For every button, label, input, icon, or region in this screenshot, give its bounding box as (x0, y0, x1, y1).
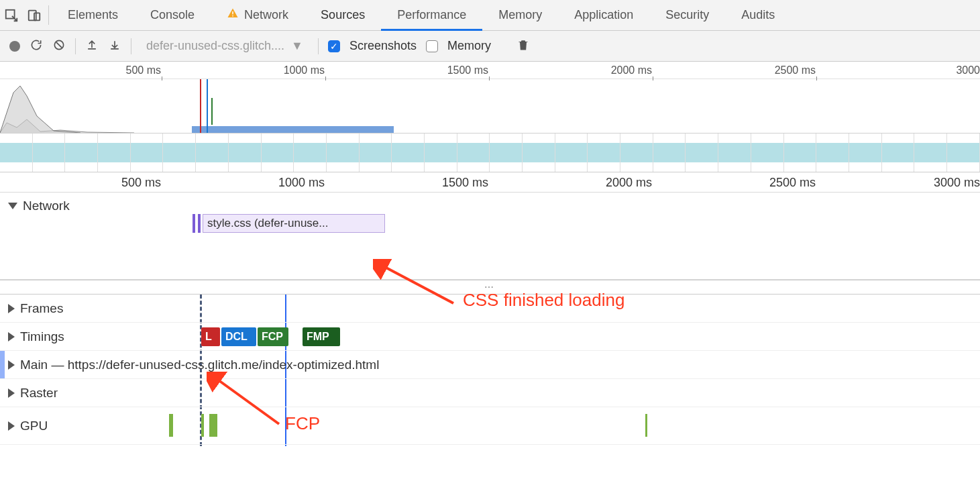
ruler-tick: 1500 ms (447, 64, 488, 76)
tab-label: Performance (397, 8, 466, 22)
filmstrip-frame[interactable] (882, 134, 915, 172)
filmstrip-frame[interactable] (686, 134, 718, 172)
record-button[interactable] (9, 41, 20, 52)
overview-selection[interactable] (192, 126, 394, 133)
device-toggle-icon[interactable] (23, 0, 46, 30)
tab-sources[interactable]: Sources (305, 0, 381, 30)
filmstrip-frame[interactable] (457, 134, 490, 172)
ruler-tick: 3000 ms (934, 176, 980, 190)
filmstrip-frame[interactable] (425, 134, 457, 172)
chevron-right-icon (8, 332, 15, 341)
ruler-tick: 500 ms (121, 176, 161, 190)
chevron-right-icon (8, 360, 15, 370)
detail-ruler: 500 ms1000 ms1500 ms2000 ms2500 ms3000 m… (0, 172, 980, 193)
ruler-tick: 3000 (956, 64, 980, 76)
filmstrip-frame[interactable] (718, 134, 751, 172)
network-request-stylecss[interactable]: style.css (defer-unuse... (203, 214, 385, 233)
filmstrip-frame[interactable] (653, 134, 686, 172)
overview-ruler: 500 ms1000 ms1500 ms2000 ms2500 ms3000 (0, 62, 980, 79)
network-track[interactable]: Network style.css (defer-unuse... (0, 193, 980, 280)
ruler-tick: 1000 ms (284, 64, 325, 76)
download-icon[interactable] (108, 38, 121, 54)
profile-dropdown[interactable]: defer-unused-css.glitch.... ▼ (141, 39, 309, 53)
main-label: Main — https://defer-unused-css.glitch.m… (20, 358, 379, 372)
timing-chip-l[interactable]: L (201, 327, 220, 346)
timing-chip-fcp[interactable]: FCP (258, 327, 288, 346)
gpu-row[interactable]: GPU (0, 407, 980, 445)
filmstrip-frame[interactable] (947, 134, 980, 172)
raster-row[interactable]: Raster (0, 379, 980, 407)
overview-timeline[interactable]: 500 ms1000 ms1500 ms2000 ms2500 ms3000 (0, 62, 980, 172)
tab-security[interactable]: Security (649, 0, 725, 30)
tab-performance[interactable]: Performance (381, 0, 482, 30)
inspect-icon[interactable] (0, 0, 23, 30)
tab-label: Console (150, 8, 195, 22)
filmstrip-frame[interactable] (816, 134, 849, 172)
ruler-tick: 1500 ms (442, 176, 488, 190)
filmstrip-frame[interactable] (294, 134, 327, 172)
filmstrip-frame[interactable] (751, 134, 784, 172)
memory-checkbox[interactable] (426, 40, 438, 52)
tab-label: Application (574, 8, 633, 22)
filmstrip-frame[interactable] (914, 134, 947, 172)
svg-rect-2 (34, 13, 40, 20)
filmstrip-frame[interactable] (65, 134, 98, 172)
tab-label: Network (244, 8, 288, 22)
network-track-header[interactable]: Network (0, 193, 70, 219)
raster-label: Raster (20, 386, 58, 401)
gpu-label: GPU (20, 419, 48, 433)
filmstrip-frame[interactable] (131, 134, 164, 172)
filmstrip-frame[interactable] (327, 134, 360, 172)
filmstrip-frame[interactable] (555, 134, 588, 172)
warning-icon (227, 7, 239, 23)
reload-icon[interactable] (30, 38, 43, 54)
filmstrip-frame[interactable] (33, 134, 66, 172)
main-row[interactable]: Main — https://defer-unused-css.glitch.m… (0, 351, 980, 379)
upload-icon[interactable] (85, 38, 99, 54)
filmstrip-frame[interactable] (0, 134, 33, 172)
tab-network[interactable]: Network (211, 0, 305, 30)
filmstrip-frame[interactable] (98, 134, 131, 172)
profile-name: defer-unused-css.glitch.... (146, 39, 284, 53)
filmstrip-frame[interactable] (849, 134, 882, 172)
ruler-tick: 2500 ms (775, 64, 816, 76)
timing-chip-fmp[interactable]: FMP (303, 327, 340, 346)
filmstrip-frame[interactable] (588, 134, 620, 172)
filmstrip-frame[interactable] (196, 134, 229, 172)
tab-console[interactable]: Console (134, 0, 211, 30)
filmstrip-frame[interactable] (163, 134, 196, 172)
tab-audits[interactable]: Audits (725, 0, 791, 30)
clear-icon[interactable] (52, 38, 66, 54)
filmstrip-frame[interactable] (490, 134, 523, 172)
tab-memory[interactable]: Memory (482, 0, 558, 30)
tab-elements[interactable]: Elements (52, 0, 134, 30)
panel-tabs: ElementsConsoleNetworkSourcesPerformance… (52, 0, 791, 30)
timings-label: Timings (20, 329, 64, 344)
flame-chart[interactable]: Frames Timings LDCLFCPFMP Main — https:/… (0, 295, 980, 446)
trash-icon[interactable] (516, 38, 530, 54)
request-leader (193, 214, 195, 233)
ruler-tick: 1000 ms (278, 176, 325, 190)
screenshots-checkbox[interactable]: ✓ (328, 40, 340, 52)
chevron-right-icon (8, 421, 15, 431)
filmstrip-frame[interactable] (523, 134, 555, 172)
tab-label: Memory (498, 8, 542, 22)
filmstrip-frame[interactable] (620, 134, 653, 172)
network-label: Network (23, 199, 70, 213)
frames-label: Frames (20, 301, 63, 316)
screenshots-label: Screenshots (349, 39, 417, 53)
tab-label: Sources (321, 8, 365, 22)
filmstrip-frame[interactable] (392, 134, 425, 172)
filmstrip-frame[interactable] (360, 134, 392, 172)
tab-application[interactable]: Application (558, 0, 649, 30)
filmstrip-frame[interactable] (784, 134, 817, 172)
filmstrip[interactable] (0, 133, 980, 172)
timing-chip-dcl[interactable]: DCL (221, 327, 256, 346)
filmstrip-frame[interactable] (262, 134, 294, 172)
timings-row[interactable]: Timings LDCLFCPFMP (0, 323, 980, 351)
filmstrip-frame[interactable] (229, 134, 262, 172)
tab-label: Audits (741, 8, 775, 22)
request-leader-2 (198, 214, 201, 233)
splitter-handle[interactable]: ⋯ (0, 280, 980, 295)
frames-row[interactable]: Frames (0, 295, 980, 323)
